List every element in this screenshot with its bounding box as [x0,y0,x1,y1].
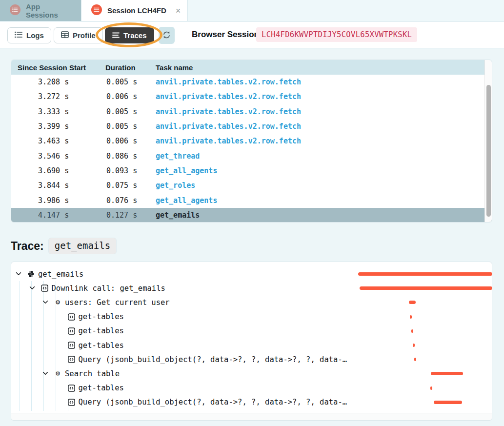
task-name-link[interactable]: get_emails [156,211,492,220]
sessions-table-panel: Since Session Start Duration Task name 3… [11,60,492,223]
cell-since-session-start: 3.690 s [11,166,105,175]
cell-since-session-start: 4.147 s [11,211,105,220]
table-row[interactable]: 3.208 s0.005 sanvil.private.tables.v2.ro… [11,75,492,89]
cell-since-session-start: 3.986 s [11,196,105,205]
table-row[interactable]: 3.333 s0.005 sanvil.private.tables.v2.ro… [11,104,492,119]
table-icon [61,31,69,40]
cell-duration: 0.006 s [105,137,156,145]
cell-since-session-start: 3.272 s [11,92,105,101]
trace-row-label: get-tables [79,326,124,335]
close-icon[interactable]: × [176,6,181,15]
table-row[interactable]: 3.690 s0.093 sget_all_agents [11,163,492,178]
duration-bar [414,358,416,361]
session-list-icon [91,4,102,17]
task-name-link[interactable]: get_all_agents [156,196,492,205]
trace-heading: Trace: get_emails [11,238,117,254]
task-name-link[interactable]: anvil.private.tables.v2.row.fetch [156,137,492,145]
gear-icon: ⚙ [54,370,61,378]
trace-row-label: get-tables [79,312,124,321]
cell-since-session-start: 3.546 s [11,152,105,161]
cell-since-session-start: 3.463 s [11,137,105,145]
trace-tree-row[interactable]: Query (jsonb_build_object(?, data->?, ?,… [11,395,492,409]
chevron-down-icon[interactable] [15,270,23,278]
code-icon [68,384,75,392]
tab-session-lch4fd[interactable]: Session LCH4FD × [81,0,188,21]
duration-bar [431,372,463,375]
column-header-duration: Duration [105,63,156,72]
duration-bar [434,401,462,404]
browser-session-label: Browser Session [192,30,259,40]
trace-row-label: get_emails [38,270,83,279]
logs-button[interactable]: Logs [7,27,51,43]
column-header-since: Since Session Start [11,63,105,72]
sessions-table-body: 3.208 s0.005 sanvil.private.tables.v2.ro… [11,75,492,223]
code-icon [68,313,75,321]
table-row[interactable]: 3.463 s0.006 sanvil.private.tables.v2.ro… [11,134,492,148]
refresh-icon [162,31,171,41]
task-name-link[interactable]: anvil.private.tables.v2.row.fetch [156,122,492,131]
trace-panel-footer [11,413,492,420]
list-icon [15,31,22,40]
trace-panel: get_emailsDownlink call: get_emails⚙user… [11,262,492,421]
cell-duration: 0.127 s [105,211,156,220]
table-row[interactable]: 3.986 s0.076 sget_all_agents [11,193,492,207]
task-name-link[interactable]: get_thread [156,152,492,161]
duration-bar [430,386,432,390]
trace-tree-row[interactable]: get-tables [11,324,492,338]
refresh-button[interactable] [159,27,175,44]
traces-button-label: Traces [123,31,147,40]
cell-duration: 0.075 s [105,181,156,190]
task-name-link[interactable]: anvil.private.tables.v2.row.fetch [156,92,492,101]
trace-row-label: get-tables [79,384,124,392]
column-header-task: Task name [156,63,492,72]
chevron-down-icon[interactable] [42,370,50,378]
toolbar: Logs Profile Traces Browser Session LCH4… [0,22,504,48]
table-row[interactable]: 3.844 s0.075 sget_roles [11,178,492,193]
code-icon [68,356,75,364]
cell-duration: 0.076 s [105,196,156,205]
task-name-link[interactable]: anvil.private.tables.v2.row.fetch [156,78,492,86]
duration-bar [410,315,412,319]
cell-duration: 0.006 s [105,92,156,101]
cell-since-session-start: 3.399 s [11,122,105,131]
trace-tree-row[interactable]: get-tables [11,338,492,352]
table-row[interactable]: 3.399 s0.005 sanvil.private.tables.v2.ro… [11,119,492,134]
trace-name-chip: get_emails [48,238,117,254]
cell-duration: 0.005 s [105,107,156,116]
trace-tree-row[interactable]: get-tables [11,381,492,395]
trace-tree-row[interactable]: get_emails [11,267,492,281]
table-row[interactable]: 3.546 s0.086 sget_thread [11,148,492,163]
cell-duration: 0.005 s [105,78,156,86]
table-row[interactable]: 4.147 s0.127 sget_emails [11,208,492,223]
cell-duration: 0.093 s [105,166,156,175]
profile-button[interactable]: Profile [54,27,103,43]
task-name-link[interactable]: get_all_agents [156,166,492,175]
trace-tree-row[interactable]: Downlink call: get_emails [11,281,492,295]
chevron-down-icon[interactable] [42,299,50,306]
task-name-link[interactable]: get_roles [156,181,492,190]
trace-tree-row[interactable]: ⚙users: Get current user [11,295,492,309]
task-name-link[interactable]: anvil.private.tables.v2.row.fetch [156,107,492,116]
duration-bar [358,272,492,276]
trace-tree-row[interactable]: get-tables [11,310,492,324]
scrollbar-thumb[interactable] [486,85,491,217]
trace-tree-row[interactable]: ⚙Search table [11,366,492,381]
cell-since-session-start: 3.844 s [11,181,105,190]
cell-since-session-start: 3.208 s [11,78,105,86]
trace-row-label: Search table [65,369,120,378]
trace-row-label: Downlink call: get_emails [52,284,165,293]
traces-button[interactable]: Traces [105,27,154,43]
tab-app-sessions[interactable]: App Sessions [0,0,81,21]
browser-session-id[interactable]: LCH4FD6KWVPTDIJY5COVL65XVWTPKSKL [256,27,417,42]
trace-tree-row[interactable]: Query (jsonb_build_object(?, data->?, ?,… [11,352,492,366]
sessions-table-header: Since Session Start Duration Task name [11,60,492,75]
trace-heading-label: Trace: [11,240,44,253]
table-row[interactable]: 3.272 s0.006 sanvil.private.tables.v2.ro… [11,89,492,104]
chevron-down-icon[interactable] [29,284,37,292]
gear-icon: ⚙ [54,299,61,306]
tab-bar: App Sessions Session LCH4FD × [0,0,504,21]
python-icon [27,270,35,278]
cell-duration: 0.086 s [105,152,156,161]
code-icon [68,398,75,406]
scrollbar-track[interactable] [484,60,492,222]
